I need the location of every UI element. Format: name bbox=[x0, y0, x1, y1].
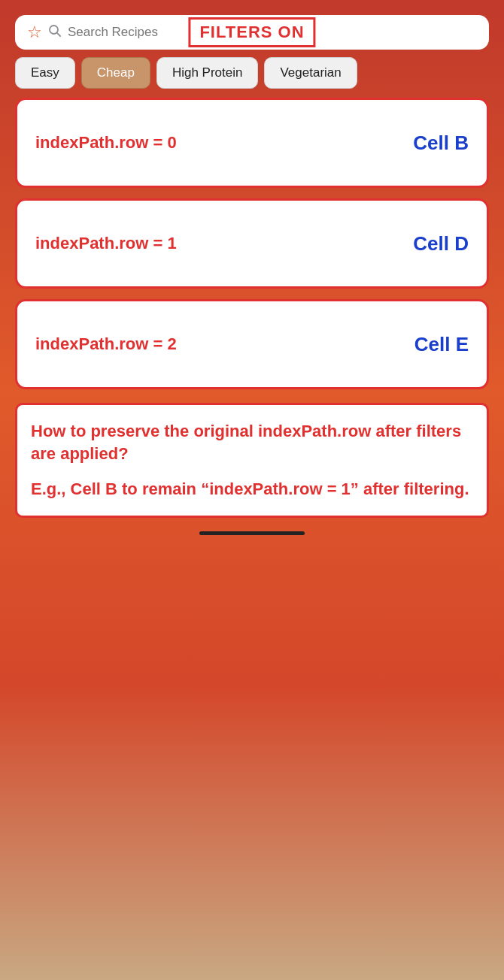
table-row: indexPath.row = 0 Cell B bbox=[15, 98, 489, 188]
filter-chips-row: Easy Cheap High Protein Vegetarian bbox=[15, 57, 489, 89]
svg-line-1 bbox=[57, 33, 60, 36]
search-input[interactable] bbox=[68, 25, 477, 40]
star-icon[interactable]: ☆ bbox=[27, 23, 42, 42]
home-indicator bbox=[199, 531, 305, 535]
filter-chip-easy[interactable]: Easy bbox=[15, 57, 75, 89]
info-text-line1: How to preserve the original indexPath.r… bbox=[31, 420, 473, 464]
cell-index-label: indexPath.row = 1 bbox=[35, 234, 177, 253]
filter-chip-cheap[interactable]: Cheap bbox=[81, 57, 150, 89]
table-row: indexPath.row = 1 Cell D bbox=[15, 198, 489, 289]
info-text-line2: E.g., Cell B to remain “indexPath.row = … bbox=[31, 478, 473, 501]
cell-name-label: Cell D bbox=[413, 232, 469, 256]
cell-name-label: Cell B bbox=[413, 132, 469, 155]
cell-index-label: indexPath.row = 2 bbox=[35, 334, 177, 354]
info-box: How to preserve the original indexPath.r… bbox=[15, 403, 489, 518]
search-icon bbox=[48, 24, 62, 41]
filter-chip-high-protein[interactable]: High Protein bbox=[156, 57, 259, 89]
cell-index-label: indexPath.row = 0 bbox=[35, 133, 177, 153]
table-row: indexPath.row = 2 Cell E bbox=[15, 299, 489, 389]
filter-chip-vegetarian[interactable]: Vegetarian bbox=[264, 57, 357, 89]
cell-name-label: Cell E bbox=[414, 333, 469, 356]
phone-frame: ☆ FILTERS ON Easy Cheap High Protein Veg… bbox=[15, 15, 489, 535]
search-bar: ☆ FILTERS ON bbox=[15, 15, 489, 50]
